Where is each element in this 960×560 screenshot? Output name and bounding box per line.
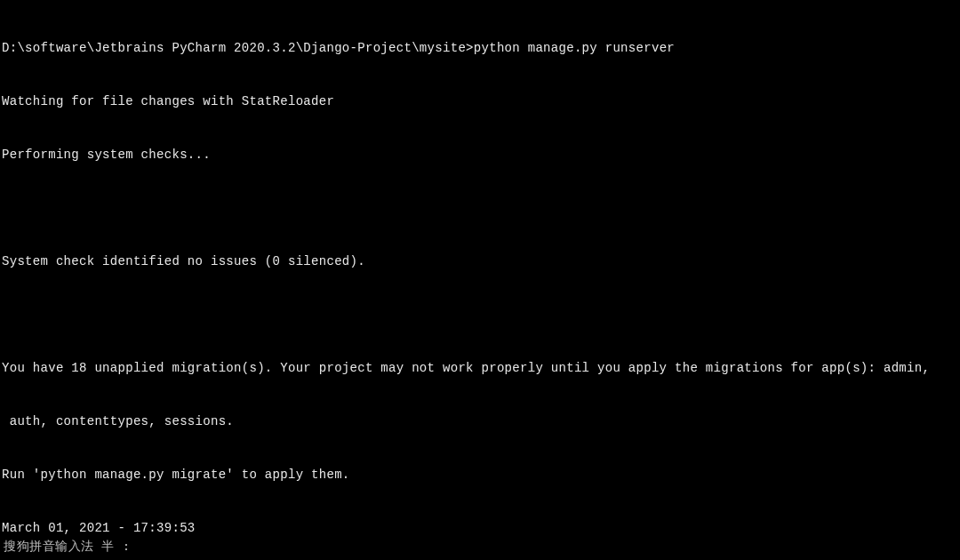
output-line [2, 306, 958, 324]
typed-command: python manage.py runserver [474, 41, 675, 55]
prompt-path: D:\software\Jetbrains PyCharm 2020.3.2\D… [2, 41, 474, 55]
output-line [2, 199, 958, 217]
terminal-output[interactable]: D:\software\Jetbrains PyCharm 2020.3.2\D… [2, 4, 958, 560]
output-line: March 01, 2021 - 17:39:53 [2, 519, 958, 537]
output-line: System check identified no issues (0 sil… [2, 252, 958, 270]
output-line: You have 18 unapplied migration(s). Your… [2, 359, 958, 377]
command-line: D:\software\Jetbrains PyCharm 2020.3.2\D… [2, 39, 958, 57]
output-line: Performing system checks... [2, 146, 958, 164]
output-line: Run 'python manage.py migrate' to apply … [2, 466, 958, 484]
output-line: Watching for file changes with StatReloa… [2, 92, 958, 110]
ime-status-bar: 搜狗拼音输入法 半 : [4, 537, 131, 555]
output-line: auth, contenttypes, sessions. [2, 412, 958, 430]
